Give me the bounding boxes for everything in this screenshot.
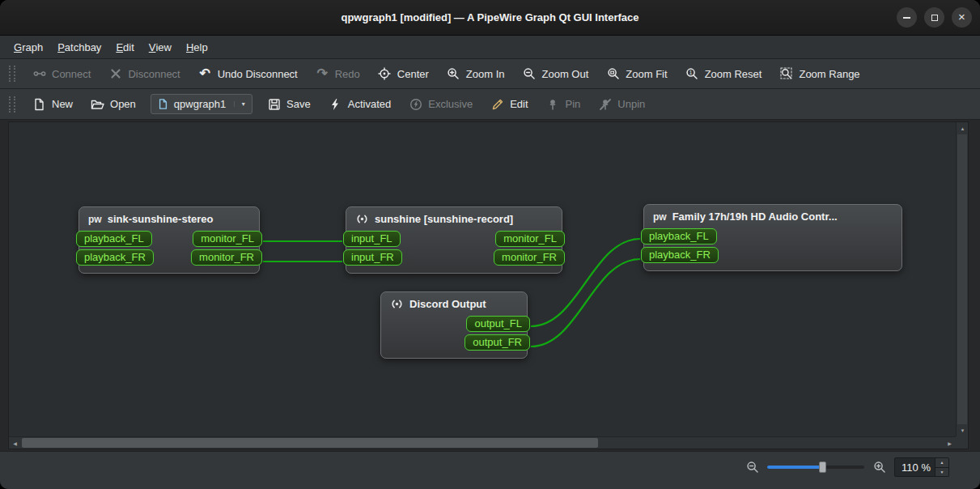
port-input[interactable]: playback_FL (641, 228, 717, 244)
activated-label: Activated (348, 98, 391, 110)
zoom-slider-handle[interactable] (819, 461, 826, 473)
toolbar-handle[interactable] (9, 66, 15, 82)
graph-node[interactable]: Discord Output output_FL output_FR (380, 291, 528, 359)
zoom-in-button[interactable]: Zoom In (439, 62, 513, 85)
port-output[interactable]: monitor_FR (494, 249, 565, 266)
vertical-scroll-thumb[interactable] (957, 134, 967, 424)
menu-view[interactable]: View (142, 36, 179, 58)
port-output[interactable]: monitor_FL (495, 231, 565, 247)
open-button[interactable]: Open (83, 93, 144, 116)
save-icon (267, 97, 281, 111)
menu-help[interactable]: Help (179, 36, 215, 58)
scroll-down-button[interactable]: ▼ (957, 424, 969, 436)
close-icon: × (958, 11, 965, 23)
scroll-right-button[interactable]: ▶ (944, 437, 956, 449)
connect-button[interactable]: Connect (24, 62, 99, 85)
graph-node[interactable]: pw sink-sunshine-stereo playback_FL play… (78, 206, 260, 274)
undo-disconnect-button[interactable]: ↶ Undo Disconnect (190, 62, 306, 85)
menu-edit[interactable]: Edit (108, 36, 141, 58)
port-input[interactable]: input_FR (343, 249, 402, 266)
port-output[interactable]: monitor_FR (191, 249, 262, 266)
graph-node[interactable]: sunshine [sunshine-record] input_FL inpu… (346, 206, 562, 274)
pipewire-icon: pw (88, 214, 102, 225)
minimize-icon (903, 17, 910, 19)
port-input[interactable]: input_FL (343, 231, 401, 247)
node-header: pw Family 17h/19h HD Audio Contr... (644, 205, 902, 227)
svg-text:1: 1 (689, 70, 693, 75)
zoom-reset-button[interactable]: 1 Zoom Reset (677, 62, 770, 85)
zoom-out-label: Zoom Out (542, 68, 589, 80)
horizontal-scrollbar[interactable]: ◀ ▶ (9, 436, 956, 449)
save-label: Save (286, 98, 311, 110)
patchbay-selector-combo[interactable]: qpwgraph1 ▼ (151, 94, 252, 114)
zoom-out-icon (523, 67, 537, 81)
zoom-range-label: Zoom Range (799, 68, 859, 80)
unpin-button[interactable]: Unpin (590, 93, 653, 116)
exclusive-icon (409, 97, 422, 111)
chevron-down-icon: ▼ (234, 101, 246, 107)
port-output[interactable]: output_FR (465, 334, 530, 351)
activated-toggle[interactable]: Activated (320, 93, 399, 116)
port-output[interactable]: monitor_FL (193, 231, 262, 247)
graph-node[interactable]: pw Family 17h/19h HD Audio Contr... play… (643, 204, 902, 271)
horizontal-scroll-thumb[interactable] (22, 438, 598, 448)
connect-label: Connect (52, 68, 91, 80)
port-input[interactable]: playback_FR (641, 247, 719, 263)
edit-pencil-icon (490, 97, 504, 111)
zoom-out-button[interactable]: Zoom Out (515, 62, 597, 85)
spin-down-button[interactable]: ▼ (935, 468, 948, 477)
exclusive-toggle[interactable]: Exclusive (401, 93, 481, 116)
toolbar-handle[interactable] (9, 96, 15, 113)
disconnect-label: Disconnect (128, 68, 180, 80)
edit-label: Edit (510, 98, 528, 110)
node-header: pw sink-sunshine-stereo (79, 207, 259, 229)
close-button[interactable]: × (952, 7, 972, 28)
undo-icon: ↶ (198, 67, 212, 81)
menu-graph[interactable]: Graph (6, 36, 50, 58)
vertical-scrollbar[interactable]: ▲ ▼ (956, 122, 968, 436)
scroll-up-button[interactable]: ▲ (957, 122, 969, 134)
new-file-icon (32, 97, 46, 111)
zoom-spinbox[interactable]: 110 % ▲ ▼ (894, 457, 949, 477)
node-title: sunshine [sunshine-record] (375, 213, 513, 225)
center-icon (378, 67, 392, 81)
zoom-in-icon (447, 67, 460, 81)
vertical-scroll-track[interactable] (957, 134, 968, 424)
open-folder-icon (91, 97, 104, 111)
menu-patchbay[interactable]: Patchbay (50, 36, 108, 58)
port-input[interactable]: playback_FL (76, 231, 152, 247)
node-title: sink-sunshine-stereo (108, 213, 214, 225)
horizontal-scroll-track[interactable] (21, 437, 944, 449)
save-button[interactable]: Save (259, 93, 319, 116)
minimize-button[interactable] (897, 7, 917, 28)
zoom-slider-fill (767, 466, 824, 469)
node-title: Discord Output (409, 298, 486, 310)
port-output[interactable]: output_FL (466, 316, 530, 332)
port-input[interactable]: playback_FR (76, 249, 154, 266)
spin-up-button[interactable]: ▲ (935, 458, 948, 468)
zoom-slider-groove[interactable] (767, 466, 864, 469)
patchbay-selector-value: qpwgraph1 (174, 98, 226, 110)
scroll-left-button[interactable]: ◀ (9, 437, 21, 449)
undo-disconnect-label: Undo Disconnect (218, 68, 298, 80)
patchbay-toolbar: New Open qpwgraph1 ▼ Save Activate (0, 89, 980, 120)
new-button[interactable]: New (24, 93, 81, 116)
zoom-fit-icon (606, 67, 620, 81)
node-title: Family 17h/19h HD Audio Contr... (672, 210, 838, 223)
graph-canvas[interactable]: pw sink-sunshine-stereo playback_FL play… (8, 121, 969, 449)
pin-button[interactable]: Pin (538, 93, 589, 116)
redo-button[interactable]: ↷ Redo (308, 62, 368, 85)
pin-icon (546, 97, 560, 111)
titlebar[interactable]: qpwgraph1 [modified] — A PipeWire Graph … (0, 0, 980, 36)
window-controls: × (897, 0, 972, 35)
center-button[interactable]: Center (370, 62, 437, 85)
stream-record-icon (355, 213, 369, 225)
disconnect-button[interactable]: Disconnect (100, 62, 188, 85)
maximize-button[interactable] (924, 7, 944, 28)
zoom-range-button[interactable]: Zoom Range (771, 62, 868, 85)
edit-button[interactable]: Edit (482, 93, 536, 116)
zoom-fit-button[interactable]: Zoom Fit (598, 62, 675, 85)
window-title: qpwgraph1 [modified] — A PipeWire Graph … (341, 11, 638, 23)
zoom-slider[interactable] (767, 460, 864, 474)
stream-record-icon (390, 298, 404, 310)
